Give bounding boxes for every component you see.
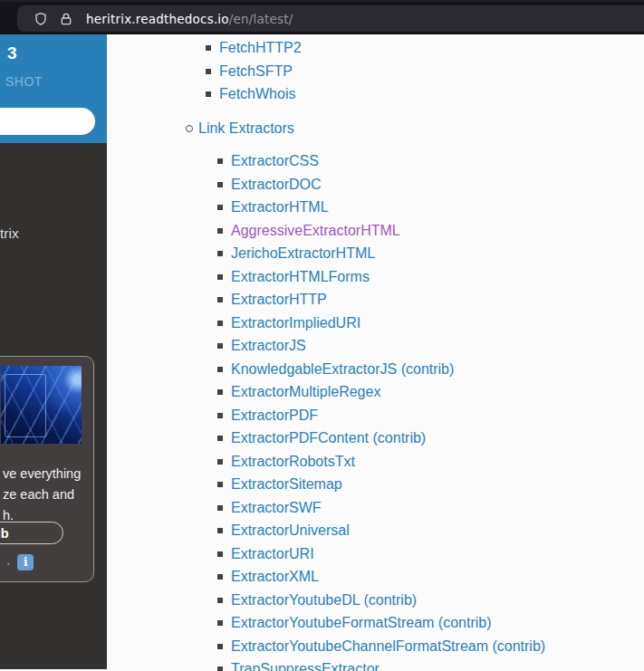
toc-level2: Link Extractors ExtractorCSS ExtractorDO…: [187, 117, 644, 671]
extractor-link[interactable]: ExtractorHTTP: [231, 292, 327, 307]
browser-toolbar: heritrix.readthedocs.io/en/latest/: [0, 0, 644, 34]
sidebar-nav-item[interactable]: trix: [0, 225, 19, 242]
link-extractors-list: ExtractorCSS ExtractorDOC ExtractorHTML …: [217, 149, 644, 671]
list-item: ExtractorPDF: [217, 404, 644, 427]
ad-text: ve everything ze each and h.: [3, 464, 93, 526]
extractor-link[interactable]: ExtractorUniversal: [231, 522, 350, 538]
list-item: ExtractorImpliedURI: [217, 312, 644, 335]
extractor-link[interactable]: ExtractorSWF: [231, 500, 322, 515]
lock-icon[interactable]: [59, 12, 73, 26]
list-item: FetchWhois: [206, 82, 644, 106]
doc-link[interactable]: FetchSFTP: [219, 63, 293, 79]
doc-content: FetchHTTP2 FetchSFTP FetchWhois Link Ext…: [107, 34, 644, 669]
extractor-link[interactable]: ExtractorSitemap: [231, 476, 342, 492]
extractor-link[interactable]: KnowledgableExtractorJS (contrib): [231, 361, 454, 377]
extractor-link[interactable]: JerichoExtractorHTML: [231, 245, 375, 261]
extractor-link[interactable]: ExtractorCSS: [231, 153, 319, 168]
doc-link[interactable]: FetchHTTP2: [219, 40, 302, 55]
url-path: /en/latest/: [229, 12, 293, 26]
extractor-link[interactable]: ExtractorDOC: [231, 177, 322, 192]
ad-cta-button[interactable]: ub: [0, 522, 63, 544]
list-item: ExtractorHTTP: [217, 288, 644, 312]
list-item: ExtractorMultipleRegex: [217, 380, 644, 404]
list-item: Link Extractors ExtractorCSS ExtractorDO…: [187, 117, 644, 671]
project-title[interactable]: 3: [7, 43, 17, 63]
section-link-link-extractors[interactable]: Link Extractors: [198, 120, 294, 136]
list-item: ExtractorHTML: [217, 196, 644, 219]
extractor-link[interactable]: ExtractorHTMLForms: [231, 269, 370, 284]
list-item: ExtractorCSS: [217, 149, 644, 173]
list-item: ExtractorSitemap: [217, 473, 644, 496]
extractor-link[interactable]: ExtractorURI: [231, 546, 314, 561]
list-item: ExtractorYoutubeDL (contrib): [217, 589, 644, 612]
extractor-link[interactable]: ExtractorMultipleRegex: [231, 384, 380, 399]
info-icon[interactable]: i: [17, 554, 34, 570]
docs-sidebar: 3 SHOT trix ve everything ze each and h.…: [0, 34, 107, 669]
extractor-link[interactable]: ExtractorYoutubeDL (contrib): [231, 592, 417, 608]
list-item: KnowledgableExtractorJS (contrib): [217, 358, 644, 381]
list-item: ExtractorURI: [217, 542, 644, 566]
list-item: ExtractorSWF: [217, 496, 644, 520]
shield-icon[interactable]: [34, 12, 48, 26]
list-item: ExtractorYoutubeFormatStream (contrib): [217, 611, 644, 635]
list-item: ExtractorDOC: [217, 173, 644, 197]
fetch-processors-list: FetchHTTP2 FetchSFTP FetchWhois: [206, 36, 644, 106]
project-version: SHOT: [5, 74, 43, 89]
list-item: FetchSFTP: [206, 60, 644, 83]
extractor-link[interactable]: ExtractorRobotsTxt: [231, 454, 355, 469]
extractor-link[interactable]: AggressiveExtractorHTML: [231, 223, 400, 238]
extractor-link[interactable]: TrapSuppressExtractor: [231, 661, 380, 671]
list-item: ExtractorXML: [217, 565, 644, 589]
address-bar[interactable]: heritrix.readthedocs.io/en/latest/: [17, 5, 644, 32]
extractor-link[interactable]: ExtractorPDF: [231, 407, 318, 423]
search-input[interactable]: [0, 108, 95, 135]
list-item: ExtractorYoutubeChannelFormatStream (con…: [217, 635, 644, 658]
extractor-link[interactable]: ExtractorHTML: [231, 199, 329, 215]
list-item: ExtractorRobotsTxt: [217, 450, 644, 474]
extractor-link[interactable]: ExtractorYoutubeChannelFormatStream (con…: [231, 638, 545, 654]
extractor-link[interactable]: ExtractorYoutubeFormatStream (contrib): [231, 615, 492, 630]
extractor-link[interactable]: ExtractorJS: [231, 338, 306, 353]
extractor-link[interactable]: ExtractorImpliedURI: [231, 315, 360, 331]
list-item: TrapSuppressExtractor: [217, 657, 644, 671]
ad-image[interactable]: [1, 366, 82, 444]
url-domain: heritrix.readthedocs.io: [86, 12, 229, 26]
list-item: ExtractorUniversal: [217, 519, 644, 542]
doc-link[interactable]: FetchWhois: [219, 86, 295, 101]
list-item: ExtractorPDFContent (contrib): [217, 427, 644, 450]
ad-image-panel: [5, 374, 46, 437]
list-item: ExtractorHTMLForms: [217, 265, 644, 289]
list-item: FetchHTTP2: [206, 36, 644, 60]
list-item: AggressiveExtractorHTML: [217, 219, 644, 243]
list-item: JerichoExtractorHTML: [217, 242, 644, 265]
ad-separator: ·: [6, 556, 10, 570]
url-text[interactable]: heritrix.readthedocs.io/en/latest/: [86, 12, 293, 26]
list-item: ExtractorJS: [217, 334, 644, 358]
ad-footer: · i: [6, 554, 34, 570]
extractor-link[interactable]: ExtractorPDFContent (contrib): [231, 430, 426, 446]
extractor-link[interactable]: ExtractorXML: [231, 569, 319, 584]
sidebar-header: 3 SHOT: [0, 34, 107, 143]
ethical-ad: ve everything ze each and h. ub · i: [0, 356, 94, 582]
